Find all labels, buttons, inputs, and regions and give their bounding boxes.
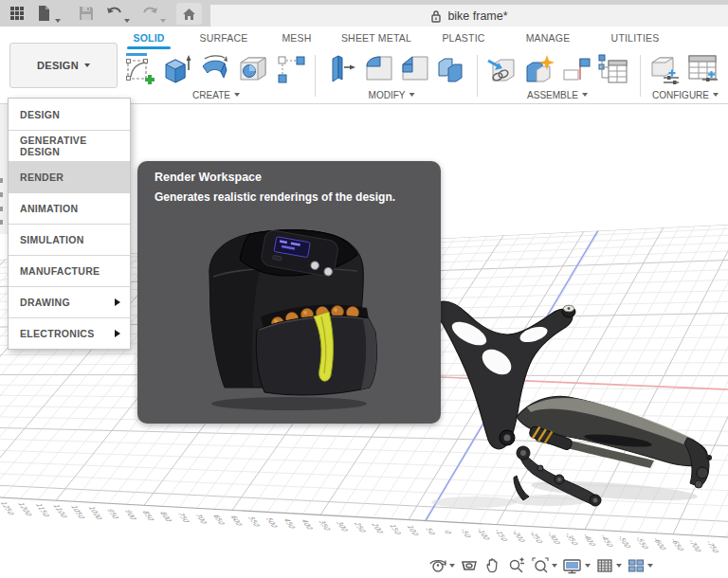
svg-text:950: 950 (105, 509, 121, 518)
svg-text:-450: -450 (598, 535, 616, 547)
menu-item-electronics[interactable]: ELECTRONICS (9, 317, 130, 349)
svg-text:-250: -250 (528, 532, 546, 543)
press-pull-icon[interactable] (325, 53, 357, 85)
caret-down-icon (616, 564, 622, 568)
menu-item-animation[interactable]: ANIMATION (9, 192, 130, 224)
group-divider (640, 55, 641, 97)
svg-text:350: 350 (317, 521, 333, 531)
caret-down-icon (582, 93, 588, 97)
look-at-icon[interactable] (460, 556, 479, 575)
viewports-icon[interactable] (627, 556, 653, 575)
workspace-switcher-button[interactable]: DESIGN (9, 43, 118, 88)
display-settings-icon[interactable] (562, 556, 591, 575)
chamfer-icon[interactable] (399, 53, 431, 85)
svg-text:600: 600 (228, 515, 245, 525)
configure-icon[interactable] (648, 53, 681, 85)
svg-text:1100: 1100 (51, 505, 70, 518)
joint-icon[interactable] (561, 53, 593, 85)
document-tab[interactable]: bike frame* (210, 5, 728, 27)
svg-text:-750: -750 (704, 541, 722, 552)
svg-text:500: 500 (264, 517, 280, 527)
create-sketch-icon[interactable] (123, 53, 155, 85)
svg-text:700: 700 (193, 514, 209, 523)
svg-text:1050: 1050 (68, 506, 87, 519)
svg-text:1150: 1150 (33, 504, 52, 517)
svg-text:1200: 1200 (16, 503, 35, 516)
bom-table-icon[interactable] (597, 53, 629, 85)
svg-text:-100: -100 (475, 529, 493, 540)
navigation-bar (0, 554, 728, 578)
tab-mesh[interactable]: MESH (270, 27, 323, 49)
hole-icon[interactable] (237, 53, 269, 85)
home-button[interactable] (176, 3, 202, 25)
svg-text:50: 50 (424, 528, 438, 534)
workspace-button-label: DESIGN (37, 60, 79, 71)
caret-down-icon (585, 564, 591, 568)
caret-down-icon (552, 564, 557, 568)
svg-text:-650: -650 (668, 539, 686, 551)
pan-icon[interactable] (483, 556, 502, 575)
grid-and-snaps-icon[interactable] (595, 556, 622, 575)
svg-text:-400: -400 (580, 534, 598, 546)
menu-item-generative-design[interactable]: GENERATIVE DESIGN (9, 130, 130, 161)
menu-item-manufacture[interactable]: MANUFACTURE (9, 255, 130, 286)
svg-text:900: 900 (122, 510, 138, 519)
svg-text:1250: 1250 (0, 502, 17, 515)
configure-group-label[interactable]: CONFIGURE (652, 88, 719, 101)
assemble-group-label[interactable]: ASSEMBLE (527, 88, 588, 101)
svg-text:450: 450 (282, 519, 298, 529)
home-icon (182, 8, 196, 21)
svg-text:800: 800 (158, 512, 174, 521)
svg-text:-700: -700 (686, 540, 704, 551)
svg-text:750: 750 (175, 513, 191, 522)
zoom-icon[interactable] (507, 556, 526, 575)
extrude-icon[interactable] (161, 53, 193, 85)
tab-sheet-metal[interactable]: SHEET METAL (334, 27, 419, 49)
file-icon[interactable] (37, 4, 51, 23)
tab-utilities[interactable]: UTILITIES (605, 27, 665, 49)
redo-icon[interactable] (142, 4, 159, 23)
tab-surface[interactable]: SURFACE (192, 27, 255, 49)
svg-text:-150: -150 (492, 530, 510, 541)
menu-item-render[interactable]: RENDER (9, 161, 130, 192)
rectangular-pattern-icon[interactable] (275, 53, 307, 85)
caret-down-icon (647, 564, 653, 568)
submenu-arrow-icon (115, 330, 120, 337)
create-group-label[interactable]: CREATE (192, 88, 240, 101)
insert-derive-icon[interactable] (485, 53, 518, 85)
svg-text:-500: -500 (616, 536, 634, 548)
new-component-icon[interactable] (523, 53, 555, 85)
svg-text:850: 850 (140, 511, 156, 520)
save-icon[interactable] (79, 4, 94, 23)
svg-text:150: 150 (387, 525, 403, 534)
tooltip-title: Render Workspace (155, 171, 262, 184)
caret-down-icon (449, 564, 455, 568)
workspace-menu: DESIGN GENERATIVE DESIGN RENDER ANIMATIO… (8, 98, 131, 350)
submenu-arrow-icon (115, 298, 120, 306)
fillet-icon[interactable] (363, 53, 395, 85)
combine-icon[interactable] (435, 53, 467, 85)
svg-text:1000: 1000 (86, 507, 105, 520)
modify-group-label[interactable]: MODIFY (369, 88, 415, 101)
menu-item-simulation[interactable]: SIMULATION (9, 224, 130, 255)
revolve-icon[interactable] (199, 53, 231, 85)
tab-plastic[interactable]: PLASTIC (435, 27, 492, 49)
render-workspace-tooltip: Render Workspace Generates realistic ren… (137, 161, 441, 424)
svg-text:-350: -350 (563, 533, 581, 545)
tab-manage[interactable]: MANAGE (519, 27, 576, 49)
svg-text:-600: -600 (651, 538, 669, 550)
orbit-icon[interactable] (428, 556, 455, 575)
app-grid-menu-icon[interactable] (9, 4, 25, 23)
configuration-table-icon[interactable] (686, 53, 719, 85)
document-title: bike frame* (447, 9, 507, 23)
fit-icon[interactable] (531, 556, 557, 575)
svg-text:-200: -200 (510, 531, 528, 542)
svg-text:-550: -550 (633, 537, 651, 549)
svg-text:-50: -50 (458, 529, 473, 537)
air-fryer-render-image (183, 216, 401, 417)
undo-icon[interactable] (105, 4, 122, 23)
svg-text:300: 300 (335, 522, 351, 532)
menu-item-design[interactable]: DESIGN (9, 99, 130, 130)
svg-text:100: 100 (405, 526, 421, 535)
menu-item-drawing[interactable]: DRAWING (9, 286, 130, 317)
